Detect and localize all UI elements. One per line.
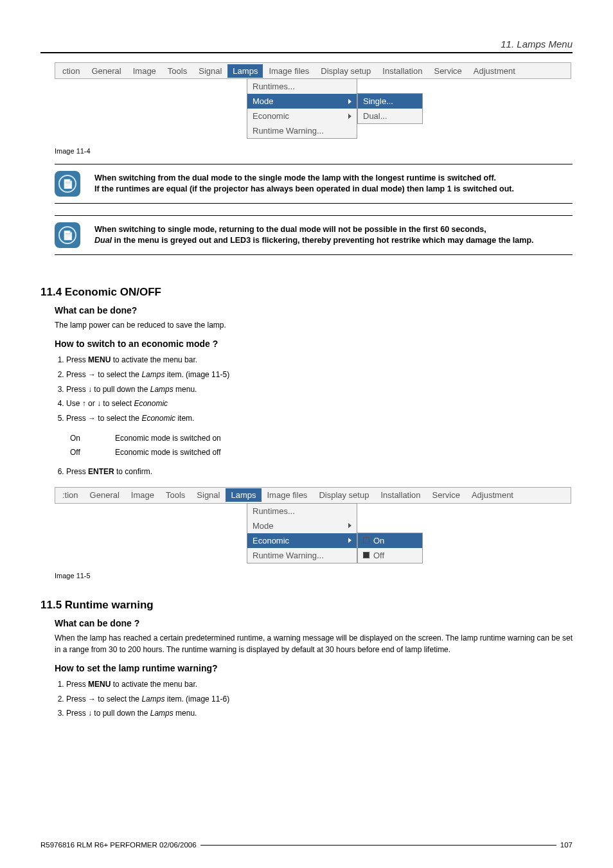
tab-lamps[interactable]: Lamps	[226, 488, 261, 502]
tab-adjustment[interactable]: Adjustment	[468, 64, 521, 78]
menu-item-label: Economic	[253, 111, 289, 121]
footer-rule	[200, 845, 556, 846]
note-line: If the runtimes are equal (if the projec…	[94, 184, 514, 195]
menu-item-runtimes[interactable]: Runtimes...	[247, 79, 357, 94]
figure-caption: Image 11-5	[55, 572, 573, 580]
step: Press MENU to activate the menu bar.	[66, 353, 573, 368]
tab-installation[interactable]: Installation	[377, 64, 428, 78]
steps-list: Press ENTER to confirm.	[55, 465, 573, 479]
menu-item-label: Single...	[363, 96, 393, 106]
menu-item-label: Dual...	[363, 111, 387, 121]
tab-display-setup[interactable]: Display setup	[313, 488, 375, 502]
menu-item-label: Economic	[253, 536, 289, 545]
tab-tools[interactable]: Tools	[160, 488, 191, 502]
steps-list: Press MENU to activate the menu bar. Pre…	[55, 677, 573, 721]
section-heading-11-5: 11.5 Runtime warning	[40, 599, 573, 612]
note-block-1: 📄 When switching from the dual mode to t…	[55, 164, 573, 204]
body-text: When the lamp has reached a certain pred…	[55, 632, 573, 655]
tab-general[interactable]: General	[85, 64, 127, 78]
menu-item-runtimes[interactable]: Runtimes...	[247, 504, 357, 518]
tab-signal[interactable]: Signal	[191, 488, 226, 502]
tab-ction[interactable]: ction	[57, 64, 85, 78]
tab-signal[interactable]: Signal	[193, 64, 227, 78]
sub-heading: How to switch to an economic mode ?	[55, 339, 573, 349]
menu-item-off[interactable]: Off	[358, 548, 422, 563]
step: Press → to select the Economic item.	[66, 411, 573, 426]
menu-item-economic[interactable]: Economic	[247, 109, 357, 123]
info-icon: 📄	[55, 222, 80, 248]
step: Press → to select the Lamps item. (image…	[66, 692, 573, 707]
menu-item-on[interactable]: On	[358, 533, 422, 548]
tab-lamps[interactable]: Lamps	[227, 64, 263, 78]
step: Press → to select the Lamps item. (image…	[66, 368, 573, 382]
menu-item-label: Off	[373, 551, 384, 560]
menu-item-runtime-warning[interactable]: Runtime Warning...	[247, 548, 357, 563]
chevron-right-icon	[348, 523, 351, 528]
option-key: On	[70, 434, 115, 443]
page-footer: R5976816 RLM R6+ PERFORMER 02/06/2006 10…	[40, 841, 573, 849]
step: Press ↓ to pull down the Lamps menu.	[66, 382, 573, 397]
figure-caption: Image 11-4	[55, 147, 573, 155]
menu-item-label: On	[373, 536, 384, 545]
mode-submenu: Single... Dual...	[357, 93, 423, 124]
sub-heading: How to set the lamp runtime warning?	[55, 663, 573, 673]
tab-image[interactable]: Image	[125, 488, 160, 502]
figure-11-4: ction General Image Tools Signal Lamps I…	[40, 62, 573, 155]
menu-item-label: Runtime Warning...	[253, 551, 324, 560]
options-table: OnEconomic mode is switched on OffEconom…	[70, 434, 573, 457]
note-block-2: 📄 When switching to single mode, returni…	[55, 215, 573, 255]
tab-ction[interactable]: :tion	[57, 488, 84, 502]
lamps-dropdown: Runtimes... Mode Economic Runtime Warnin…	[247, 503, 357, 563]
option-key: Off	[70, 448, 115, 457]
menu-item-mode[interactable]: Mode	[247, 94, 357, 109]
running-header: 11. Lamps Menu	[40, 39, 573, 49]
menu-item-label: Mode	[253, 96, 274, 106]
menubar: ction General Image Tools Signal Lamps I…	[55, 62, 571, 79]
body-text: The lamp power can be reduced to save th…	[55, 319, 573, 331]
menubar-row: ction General Image Tools Signal Lamps I…	[55, 63, 571, 78]
note-text: When switching to single mode, returning…	[94, 224, 534, 247]
tab-installation[interactable]: Installation	[375, 488, 426, 502]
tab-adjustment[interactable]: Adjustment	[466, 488, 519, 502]
note-line: When switching from the dual mode to the…	[94, 173, 514, 184]
step: Press ENTER to confirm.	[66, 465, 573, 479]
footer-left: R5976816 RLM R6+ PERFORMER 02/06/2006	[40, 841, 197, 849]
menu-item-mode[interactable]: Mode	[247, 518, 357, 533]
radio-icon	[363, 537, 369, 544]
menubar-row: :tion General Image Tools Signal Lamps I…	[55, 488, 571, 503]
menu-item-single[interactable]: Single...	[358, 94, 422, 109]
note-line: Dual in the menu is greyed out and LED3 …	[94, 235, 534, 247]
figure-11-5: :tion General Image Tools Signal Lamps I…	[40, 487, 573, 580]
chevron-right-icon	[348, 99, 351, 104]
info-icon: 📄	[55, 171, 80, 197]
tab-image-files[interactable]: Image files	[263, 64, 315, 78]
step: Press ↓ to pull down the Lamps menu.	[66, 706, 573, 721]
menu-item-dual[interactable]: Dual...	[358, 109, 422, 123]
menubar: :tion General Image Tools Signal Lamps I…	[55, 487, 571, 504]
note-text: When switching from the dual mode to the…	[94, 173, 514, 195]
menu-item-label: Runtimes...	[253, 82, 295, 91]
menu-item-runtime-warning[interactable]: Runtime Warning...	[247, 123, 357, 138]
menu-item-label: Runtime Warning...	[253, 126, 324, 136]
tab-image[interactable]: Image	[127, 64, 162, 78]
tab-service[interactable]: Service	[428, 64, 467, 78]
chevron-right-icon	[348, 538, 351, 543]
steps-list: Press MENU to activate the menu bar. Pre…	[55, 353, 573, 426]
tab-image-files[interactable]: Image files	[262, 488, 314, 502]
sub-heading: What can be done?	[55, 305, 573, 315]
tab-general[interactable]: General	[84, 488, 125, 502]
tab-service[interactable]: Service	[427, 488, 466, 502]
header-rule	[40, 52, 573, 53]
lamps-dropdown: Runtimes... Mode Economic Runtime Warnin…	[247, 78, 357, 139]
radio-icon	[363, 552, 369, 558]
option-value: Economic mode is switched on	[115, 434, 221, 443]
economic-submenu: On Off	[357, 533, 423, 563]
tab-tools[interactable]: Tools	[162, 64, 193, 78]
page-number: 107	[560, 841, 573, 849]
menu-item-label: Runtimes...	[253, 506, 295, 516]
chevron-right-icon	[348, 114, 351, 119]
menu-item-economic[interactable]: Economic	[247, 533, 357, 548]
tab-display-setup[interactable]: Display setup	[315, 64, 377, 78]
step: Use ↑ or ↓ to select Economic	[66, 396, 573, 411]
menu-item-label: Mode	[253, 521, 274, 531]
